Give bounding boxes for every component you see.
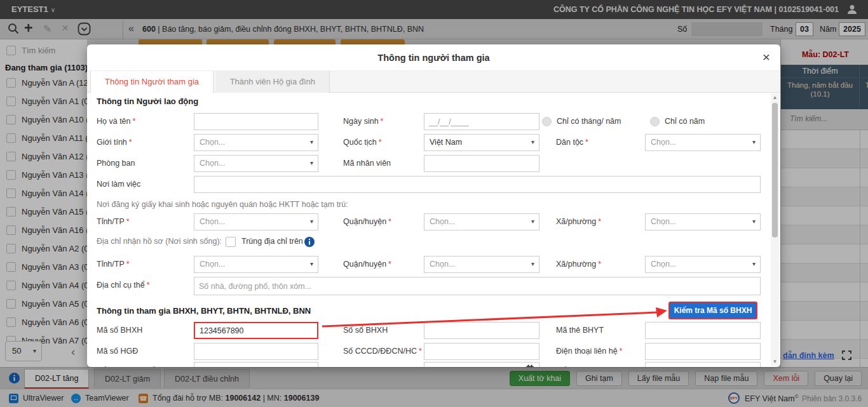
province-label: Tỉnh/TP*	[97, 213, 130, 230]
modal-tab-strip: Thông tin Người tham gia Thành viên Hộ g…	[87, 71, 780, 93]
employee-code-label: Mã nhân viên	[343, 155, 391, 172]
check-bhxh-code-button[interactable]: Kiểm tra Mã số BHXH	[668, 302, 757, 319]
employee-code-field[interactable]	[424, 155, 539, 172]
chevron-down-icon: ▾	[310, 218, 313, 225]
phone-label: Điện thoại liên hệ*	[556, 343, 622, 360]
address-receive-label: Địa chỉ nhận hồ sơ (Nơi sinh sống):	[97, 233, 222, 250]
ward2-label: Xã/phường*	[556, 256, 601, 273]
gender-select[interactable]: Chọn...▾	[194, 134, 318, 151]
chevron-down-icon: ▾	[531, 218, 534, 225]
ward2-select[interactable]: Chọn...▾	[645, 256, 761, 273]
position-field[interactable]	[645, 362, 761, 367]
address-detail-field[interactable]	[194, 277, 761, 295]
bhyt-card-label: Mã thẻ BHYT	[556, 322, 604, 339]
sign-date-field[interactable]	[424, 362, 539, 367]
app-root: EYTEST1∨ CÔNG TY CỔ PHẦN CÔNG NGHỆ TIN H…	[0, 0, 868, 407]
chevron-down-icon: ▾	[752, 138, 756, 145]
cccd-field[interactable]	[424, 343, 539, 360]
chevron-down-icon: ▾	[752, 260, 756, 267]
tab-participant-info[interactable]: Thông tin Người tham gia	[90, 71, 214, 93]
cccd-label: Số CCCD/ĐĐCN/HC*	[343, 343, 422, 360]
only-year-label: Chỉ có năm	[665, 113, 705, 130]
chevron-down-icon: ▾	[752, 218, 756, 225]
ward-label: Xã/phường*	[556, 213, 601, 230]
only-month-year-label: Chỉ có tháng/ năm	[557, 113, 621, 130]
nationality-label: Quốc tịch*	[343, 134, 382, 151]
department-label: Phòng ban	[97, 155, 135, 172]
only-month-year-radio[interactable]	[542, 117, 552, 126]
nationality-select[interactable]: Việt Nam▾	[424, 134, 539, 151]
ethnicity-label: Dân tộc*	[556, 134, 588, 151]
contract-label: Số HĐLĐ/QĐ tiếp nhận*	[97, 362, 184, 367]
chevron-down-icon: ▾	[310, 260, 313, 267]
worker-info-section-title: Thông tin Người lao động	[97, 97, 198, 106]
same-address-label: Trùng địa chỉ trên	[241, 233, 303, 250]
province-select[interactable]: Chọn...▾	[194, 213, 318, 230]
chevron-down-icon: ▾	[531, 260, 534, 267]
address-detail-label: Địa chỉ cụ thể*	[97, 277, 150, 294]
workplace-field[interactable]	[194, 176, 761, 193]
scrollbar-thumb[interactable]	[772, 103, 778, 237]
modal-header: Thông tin người tham gia ×	[87, 44, 780, 71]
fullname-field[interactable]	[194, 113, 318, 130]
workplace-label: Nơi làm việc	[97, 176, 140, 193]
chevron-down-icon: ▾	[310, 159, 313, 166]
bhyt-card-field[interactable]	[645, 322, 761, 339]
sign-date-label: Ngày ký*	[343, 362, 377, 367]
birth-registration-note: Nơi đăng ký giấy khai sinh hoặc nguyên q…	[97, 196, 348, 213]
bhxh-code-field[interactable]	[194, 322, 318, 339]
bhxh-book-field[interactable]	[424, 322, 539, 339]
scroll-up-icon[interactable]: ▲	[771, 95, 779, 100]
dob-label: Ngày sinh*	[343, 113, 383, 130]
bhxh-book-label: Số sổ BHXH	[343, 322, 388, 339]
dob-field[interactable]	[424, 113, 539, 130]
insurance-section-title: Thông tin tham gia BHXH, BHYT, BHTN, BHT…	[97, 306, 311, 316]
district-label: Quận/huyện*	[343, 213, 391, 230]
modal-title: Thông tin người tham gia	[87, 44, 780, 71]
only-year-radio[interactable]	[650, 117, 660, 126]
phone-field[interactable]	[645, 343, 761, 360]
chevron-down-icon: ▾	[310, 138, 313, 145]
province2-label: Tỉnh/TP*	[97, 256, 130, 273]
gender-label: Giới tính*	[97, 134, 132, 151]
contract-field[interactable]	[194, 362, 318, 367]
position-label: Cấp bậc, chức vụ*	[556, 362, 623, 367]
modal-scrollbar[interactable]: ▲ ▼	[771, 93, 779, 366]
close-icon[interactable]: ×	[763, 50, 770, 65]
scroll-down-icon[interactable]: ▼	[771, 359, 779, 364]
tab-household-members[interactable]: Thành viên Hộ gia đình	[216, 71, 330, 93]
district2-label: Quận/huyện*	[343, 256, 391, 273]
household-code-label: Mã số HGĐ	[97, 343, 138, 360]
participant-info-modal: Thông tin người tham gia × Thông tin Ngư…	[87, 44, 780, 367]
household-code-field[interactable]	[194, 343, 318, 360]
calendar-icon[interactable]	[526, 364, 534, 367]
department-select[interactable]: Chọn...▾	[194, 155, 318, 172]
same-address-checkbox[interactable]	[226, 237, 236, 247]
province2-select[interactable]: Chọn...▾	[194, 256, 318, 273]
district2-select[interactable]: Chọn...▾	[424, 256, 539, 273]
ethnicity-select[interactable]: Chọn...▾	[645, 134, 761, 151]
info-icon[interactable]	[304, 237, 315, 249]
chevron-down-icon: ▾	[531, 138, 534, 145]
ward-select[interactable]: Chọn...▾	[645, 213, 761, 230]
fullname-label: Họ và tên*	[97, 113, 135, 130]
district-select[interactable]: Chọn...▾	[424, 213, 539, 230]
bhxh-code-label: Mã số BHXH	[97, 322, 142, 339]
modal-body: Thông tin Người lao động Họ và tên* Ngày…	[87, 93, 780, 367]
